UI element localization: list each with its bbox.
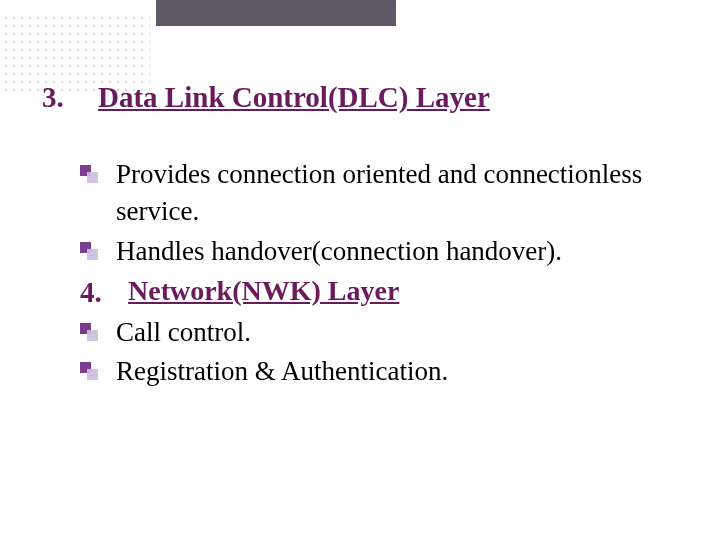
list-item: Registration & Authentication. [80,353,670,390]
bullet-icon [80,165,98,183]
section-4-title: Network(NWK) Layer [128,272,399,311]
item-text: Call control. [116,314,670,351]
list-item: Provides connection oriented and connect… [80,156,670,231]
section-4-number: 4. [80,272,128,312]
item-text: Handles handover(connection handover). [116,233,670,270]
bullet-icon [80,362,98,380]
section-4-heading: 4. Network(NWK) Layer [80,272,670,312]
list-item: Handles handover(connection handover). [80,233,670,270]
section-3-number: 3. [42,80,98,115]
content-block: Provides connection oriented and connect… [80,156,670,392]
bullet-icon [80,242,98,260]
section-3-heading: 3.Data Link Control(DLC) Layer [42,80,490,115]
slide: 3.Data Link Control(DLC) Layer Provides … [0,0,720,540]
section-3-title: Data Link Control(DLC) Layer [98,81,490,113]
list-item: Call control. [80,314,670,351]
item-text: Registration & Authentication. [116,353,670,390]
bullet-icon [80,323,98,341]
item-text: Provides connection oriented and connect… [116,156,670,231]
top-accent-bar [156,0,396,26]
